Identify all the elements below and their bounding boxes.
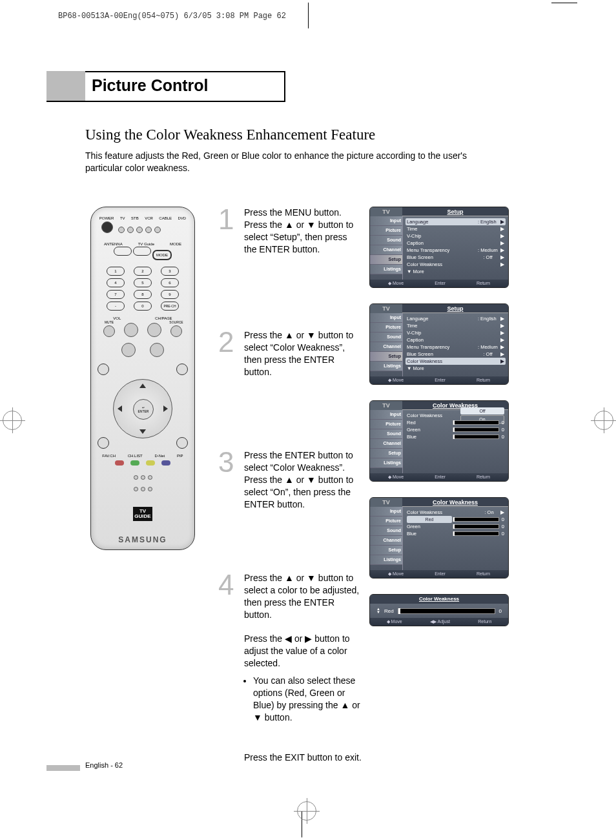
registration-mark	[297, 801, 316, 821]
osd-screenshot-3: TVColor Weakness Input Picture Sound Cha…	[369, 400, 509, 482]
osd-screenshot-4: TVColor Weakness Input Picture Sound Cha…	[369, 497, 509, 579]
step-number-4: 4	[218, 572, 244, 598]
section-title-bar: Picture Control	[46, 71, 285, 102]
osd-screenshot-1: TVSetup Input Picture Sound Channel Setu…	[369, 207, 509, 288]
intro-paragraph: This feature adjusts the Red, Green or B…	[85, 150, 498, 174]
step-text-3: Press the ENTER button to select “Color …	[244, 449, 362, 510]
osd-screenshot-2: TVSetup Input Picture Sound Channel Setu…	[369, 303, 509, 385]
subheading: Using the Color Weakness Enhancement Fea…	[85, 127, 375, 143]
osd-screenshot-5-mini: Color Weakness ▲▼ Red 0 ◆ Move◀▶ AdjustR…	[369, 594, 509, 626]
page-number-bar	[46, 765, 80, 771]
step-number-3: 3	[218, 449, 244, 475]
step-number-2: 2	[218, 329, 244, 355]
registration-mark	[594, 411, 613, 430]
registration-mark	[3, 411, 22, 430]
tv-guide-logo: TVGUIDE	[133, 507, 152, 521]
print-header: BP68-00513A-00Eng(054~075) 6/3/05 3:08 P…	[58, 12, 286, 21]
section-title: Picture Control	[85, 71, 285, 101]
page-number: English - 62	[85, 761, 123, 769]
brand-logo: SAMSUNG	[91, 535, 194, 544]
step-text-4: Press the ▲ or ▼ button to select a colo…	[244, 572, 362, 726]
remote-dpad: ↵ENTER	[113, 379, 172, 438]
step-number-1: 1	[218, 207, 244, 232]
remote-illustration: POWERTVSTBVCRCABLEDVD ANTENNATV GuideMOD…	[90, 207, 195, 550]
exit-instruction: Press the EXIT button to exit.	[244, 752, 509, 763]
step-text-2: Press the ▲ or ▼ button to select “Color…	[244, 329, 362, 378]
step-text-1: Press the MENU button. Press the ▲ or ▼ …	[244, 207, 362, 256]
